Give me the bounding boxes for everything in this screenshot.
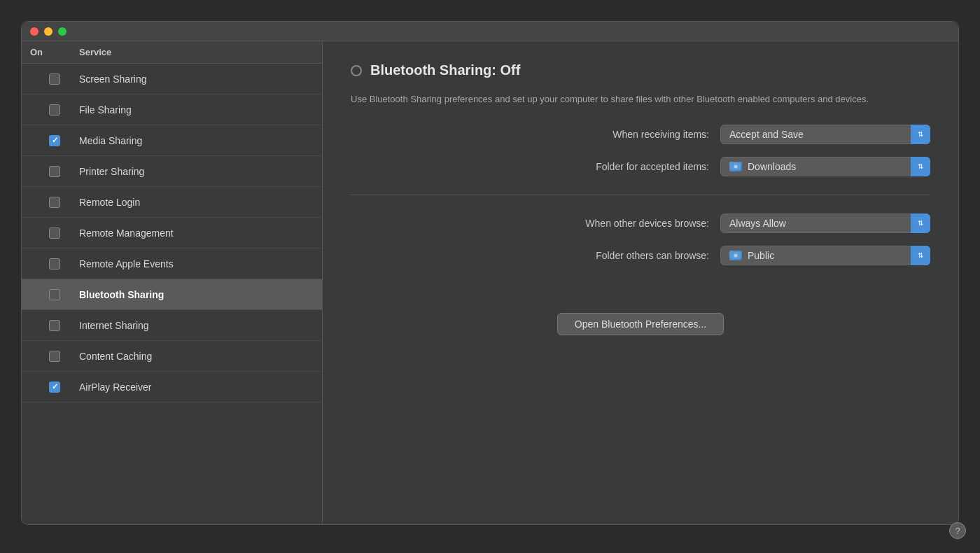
browse-select-wrapper: Always Allow ⇅ [720, 214, 930, 233]
status-indicator [351, 65, 362, 76]
receiving-select-value: Accept and Save [729, 129, 904, 140]
browse-label: When other devices browse: [527, 218, 709, 229]
browse-settings-group: When other devices browse: Always Allow … [351, 214, 930, 335]
folder-accepted-label: Folder for accepted items: [527, 161, 709, 172]
section-divider [351, 195, 930, 195]
open-bluetooth-prefs-button[interactable]: Open Bluetooth Preferences... [557, 313, 724, 335]
receiving-select-wrapper: Accept and Save ⇅ [720, 125, 930, 144]
service-name-internet-sharing: Internet Sharing [79, 320, 314, 331]
folder-browse-row: Folder others can browse: Public ⇅ [351, 246, 930, 265]
service-item-media-sharing[interactable]: Media Sharing [22, 125, 322, 156]
close-button[interactable] [30, 27, 38, 36]
checkbox-file-sharing[interactable] [49, 104, 60, 115]
service-name-media-sharing: Media Sharing [79, 135, 314, 146]
service-name-remote-login: Remote Login [79, 197, 314, 208]
service-item-content-caching[interactable]: Content Caching [22, 341, 322, 372]
list-header: On Service [22, 41, 322, 64]
folder-accepted-select-wrapper: Downloads ⇅ [720, 157, 930, 176]
service-items: Screen SharingFile SharingMedia SharingP… [22, 64, 322, 524]
service-item-printer-sharing[interactable]: Printer Sharing [22, 156, 322, 187]
receiving-settings-group: When receiving items: Accept and Save ⇅ … [351, 125, 930, 176]
service-name-content-caching: Content Caching [79, 351, 314, 362]
checkbox-bluetooth-sharing[interactable] [49, 289, 60, 300]
receiving-select-chevron: ⇅ [911, 125, 930, 144]
checkbox-content-caching[interactable] [49, 351, 60, 362]
receiving-items-label: When receiving items: [527, 129, 709, 140]
svg-point-0 [734, 164, 738, 168]
service-name-screen-sharing: Screen Sharing [79, 74, 314, 85]
checkbox-printer-sharing[interactable] [49, 166, 60, 177]
checkbox-remote-apple-events[interactable] [49, 258, 60, 270]
service-name-printer-sharing: Printer Sharing [79, 166, 314, 177]
checkbox-remote-login[interactable] [49, 197, 60, 208]
service-item-file-sharing[interactable]: File Sharing [22, 94, 322, 125]
svg-point-1 [734, 253, 738, 257]
maximize-button[interactable] [58, 27, 66, 36]
help-button[interactable]: ? [949, 522, 966, 539]
sharing-window: On Service Screen SharingFile SharingMed… [21, 21, 959, 525]
checkbox-airplay-receiver[interactable] [49, 382, 60, 393]
service-name-file-sharing: File Sharing [79, 104, 314, 115]
folder-browse-label: Folder others can browse: [527, 250, 709, 261]
service-item-remote-login[interactable]: Remote Login [22, 187, 322, 218]
detail-panel: Bluetooth Sharing: Off Use Bluetooth Sha… [323, 41, 958, 524]
checkbox-remote-management[interactable] [49, 227, 60, 239]
receiving-items-row: When receiving items: Accept and Save ⇅ [351, 125, 930, 144]
folder-accepted-row: Folder for accepted items: Downloads [351, 157, 930, 176]
checkbox-screen-sharing[interactable] [49, 74, 60, 85]
browse-select[interactable]: Always Allow [720, 214, 930, 233]
checkbox-media-sharing[interactable] [49, 135, 60, 146]
service-name-remote-management: Remote Management [79, 227, 314, 239]
service-item-remote-apple-events[interactable]: Remote Apple Events [22, 248, 322, 279]
folder-browse-select[interactable]: Public [720, 246, 930, 265]
content-area: On Service Screen SharingFile SharingMed… [22, 41, 958, 524]
checkbox-internet-sharing[interactable] [49, 320, 60, 331]
minimize-button[interactable] [44, 27, 52, 36]
service-list: On Service Screen SharingFile SharingMed… [22, 41, 323, 524]
service-name-bluetooth-sharing: Bluetooth Sharing [79, 289, 314, 300]
public-folder-icon [729, 251, 742, 260]
service-name-airplay-receiver: AirPlay Receiver [79, 382, 314, 393]
browse-select-chevron: ⇅ [911, 214, 930, 233]
folder-accepted-select[interactable]: Downloads [720, 157, 930, 176]
panel-description: Use Bluetooth Sharing preferences and se… [351, 92, 925, 106]
folder-browse-chevron: ⇅ [911, 246, 930, 265]
folder-accepted-value: Downloads [748, 161, 904, 172]
header-on: On [30, 47, 79, 57]
folder-browse-value: Public [748, 250, 904, 261]
service-item-airplay-receiver[interactable]: AirPlay Receiver [22, 372, 322, 402]
browse-row: When other devices browse: Always Allow … [351, 214, 930, 233]
service-item-internet-sharing[interactable]: Internet Sharing [22, 310, 322, 341]
service-item-remote-management[interactable]: Remote Management [22, 218, 322, 248]
title-row: Bluetooth Sharing: Off [351, 62, 930, 78]
service-name-remote-apple-events: Remote Apple Events [79, 258, 314, 270]
service-item-bluetooth-sharing[interactable]: Bluetooth Sharing [22, 279, 322, 310]
header-service: Service [79, 47, 314, 57]
downloads-folder-icon [729, 162, 742, 172]
folder-accepted-chevron: ⇅ [911, 157, 930, 176]
panel-title: Bluetooth Sharing: Off [370, 62, 520, 78]
browse-value: Always Allow [729, 218, 904, 229]
folder-browse-select-wrapper: Public ⇅ [720, 246, 930, 265]
service-item-screen-sharing[interactable]: Screen Sharing [22, 64, 322, 94]
receiving-select[interactable]: Accept and Save [720, 125, 930, 144]
title-bar [22, 22, 958, 41]
